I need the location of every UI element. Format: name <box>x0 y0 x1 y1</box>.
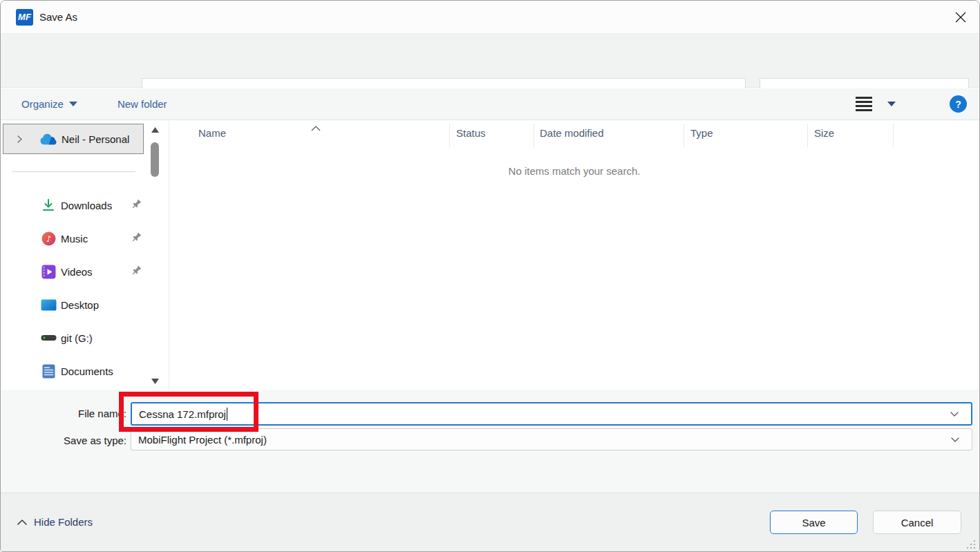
svg-text:♪: ♪ <box>46 234 51 244</box>
save-button-label: Save <box>802 517 825 529</box>
new-folder-button[interactable]: New folder <box>117 98 167 110</box>
column-header-type[interactable]: Type <box>690 127 713 139</box>
chevron-up-icon <box>17 519 27 525</box>
empty-list-message: No items match your search. <box>169 165 979 177</box>
views-dropdown-icon[interactable] <box>887 102 896 106</box>
organize-menu[interactable]: Organize <box>21 98 77 110</box>
column-separator[interactable] <box>534 124 534 147</box>
sidebar-item-label: Downloads <box>61 200 112 211</box>
view-list-icon[interactable] <box>856 97 872 111</box>
drive-icon <box>39 334 57 342</box>
save-as-type-dropdown-button[interactable] <box>950 434 965 445</box>
desktop-icon <box>39 299 57 311</box>
expand-chevron-icon[interactable] <box>16 135 23 144</box>
save-button[interactable]: Save <box>770 511 858 534</box>
navigation-bar: Neil - Personal Documents MobiFlight Pro… <box>1 34 979 88</box>
close-button[interactable] <box>949 6 972 28</box>
mobiflight-logo-icon: MF <box>16 9 33 26</box>
sidebar-item-documents[interactable]: Documents <box>3 356 144 386</box>
hide-folders-label: Hide Folders <box>34 516 93 528</box>
chevron-down-icon <box>950 434 961 445</box>
title-bar: MF Save As <box>1 1 979 34</box>
sidebar-item-videos[interactable]: Videos <box>3 256 144 287</box>
file-name-dropdown-button[interactable] <box>949 408 964 419</box>
sidebar-item-label: Desktop <box>61 299 99 311</box>
save-as-dialog: MF Save As Neil - Personal <box>0 0 980 552</box>
sidebar-item-label: Videos <box>61 266 93 278</box>
file-list: Name Status Date modified Type Size No i… <box>169 121 979 390</box>
file-name-value: Cessna 172.mfproj <box>139 408 226 420</box>
navigation-pane: Neil - Personal Downloads ♪ Music <box>1 121 167 390</box>
sidebar-divider <box>12 171 135 172</box>
file-name-label: File name: <box>1 408 126 419</box>
file-name-input[interactable]: Cessna 172.mfproj <box>131 402 972 426</box>
sidebar-item-downloads[interactable]: Downloads <box>3 190 144 220</box>
new-folder-label: New folder <box>117 98 167 110</box>
cancel-button-label: Cancel <box>901 517 934 529</box>
dropdown-triangle-icon <box>69 102 77 106</box>
scroll-up-icon[interactable] <box>151 126 160 133</box>
videos-icon <box>39 265 57 279</box>
column-separator[interactable] <box>449 124 450 147</box>
column-header-name[interactable]: Name <box>198 127 226 139</box>
sidebar-item-git-drive[interactable]: git (G:) <box>3 323 144 353</box>
scrollbar-thumb[interactable] <box>151 142 159 177</box>
pin-icon <box>131 232 142 245</box>
column-header-size[interactable]: Size <box>814 127 834 139</box>
sidebar-item-music[interactable]: ♪ Music <box>3 223 144 254</box>
pin-icon <box>131 265 142 278</box>
scroll-down-icon[interactable] <box>151 378 160 385</box>
column-header-date-modified[interactable]: Date modified <box>540 127 604 139</box>
column-separator[interactable] <box>684 124 684 147</box>
window-title: Save As <box>39 1 77 34</box>
documents-icon <box>39 364 57 379</box>
sidebar-item-onedrive[interactable]: Neil - Personal <box>3 124 144 154</box>
save-as-type-label: Save as type: <box>1 435 126 446</box>
sidebar-item-label: Documents <box>61 365 113 377</box>
text-caret <box>227 408 227 421</box>
pin-icon <box>131 199 142 211</box>
column-header-status[interactable]: Status <box>456 127 486 139</box>
sidebar-item-desktop[interactable]: Desktop <box>3 289 144 320</box>
file-name-panel: File name: Cessna 172.mfproj Save as typ… <box>1 390 979 493</box>
sort-ascending-icon <box>311 122 321 133</box>
onedrive-cloud-icon <box>40 133 58 145</box>
save-as-type-select[interactable]: MobiFlight Project (*.mfproj) <box>131 428 972 450</box>
close-icon <box>954 11 967 23</box>
organize-label: Organize <box>21 98 64 110</box>
help-button[interactable]: ? <box>950 95 967 113</box>
hide-folders-button[interactable]: Hide Folders <box>17 516 93 528</box>
dialog-footer: Hide Folders Save Cancel <box>1 493 979 552</box>
main-area: Neil - Personal Downloads ♪ Music <box>1 121 979 390</box>
save-as-type-value: MobiFlight Project (*.mfproj) <box>138 434 267 446</box>
downloads-icon <box>39 198 57 212</box>
resize-grip[interactable] <box>965 539 975 549</box>
column-separator[interactable] <box>893 124 894 147</box>
sidebar-scrollbar[interactable] <box>149 122 162 388</box>
sidebar-item-label: Neil - Personal <box>62 133 129 145</box>
column-separator[interactable] <box>807 124 808 147</box>
chevron-down-icon <box>949 408 960 419</box>
cancel-button[interactable]: Cancel <box>873 511 961 534</box>
command-bar: Organize New folder ? <box>1 88 979 120</box>
sidebar-item-label: Music <box>61 233 88 245</box>
sidebar-item-label: git (G:) <box>61 332 93 344</box>
music-icon: ♪ <box>39 231 57 246</box>
